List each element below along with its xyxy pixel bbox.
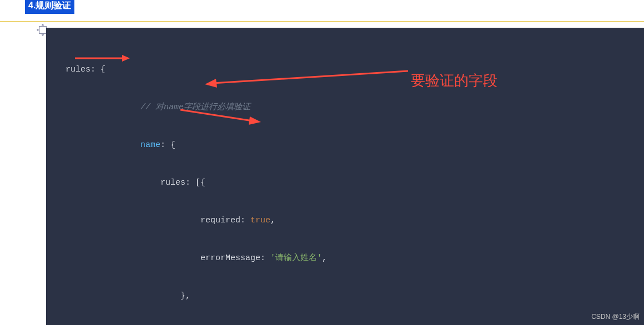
code-line: name: { xyxy=(46,136,644,155)
code-line: required: true, xyxy=(46,211,644,230)
code-line: }, xyxy=(46,287,644,306)
code-line: errorMessage: '请输入姓名', xyxy=(46,249,644,268)
svg-rect-0 xyxy=(39,27,47,34)
code-line: rules: [{ xyxy=(46,174,644,192)
annotation-label: 要验证的字段 xyxy=(411,71,497,90)
code-block: rules: { // 对name字段进行必填验证 name: { rules:… xyxy=(46,28,644,325)
divider xyxy=(0,21,644,22)
code-line: // 对name字段进行必填验证 xyxy=(46,98,644,117)
watermark: CSDN @13少啊 xyxy=(591,312,640,322)
code-line: rules: { xyxy=(46,60,644,79)
section-heading: 4.规则验证 xyxy=(25,0,74,14)
